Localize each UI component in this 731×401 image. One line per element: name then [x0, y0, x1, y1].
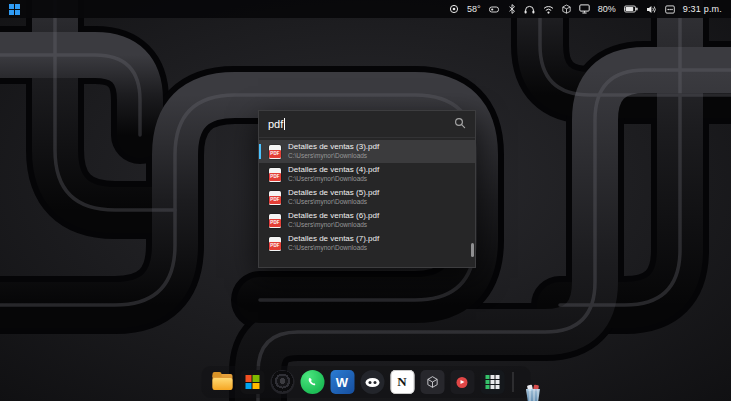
result-title: Detalles de ventas (4).pdf — [288, 165, 379, 175]
dock-item-whatsapp[interactable] — [300, 370, 324, 394]
dock-separator — [512, 372, 513, 392]
pdf-file-icon: PDF — [269, 214, 281, 228]
scrollbar-thumb[interactable] — [471, 243, 474, 257]
windows-logo-icon — [9, 4, 14, 9]
headphones-icon[interactable] — [524, 5, 535, 14]
result-title: Detalles de ventas (5).pdf — [288, 188, 379, 198]
tray-grid-icon[interactable] — [665, 5, 675, 14]
pill-battery-icon[interactable] — [489, 6, 500, 13]
package-icon[interactable] — [562, 4, 571, 14]
concentric-rings-icon — [270, 370, 294, 394]
dock-item-rings-app[interactable] — [270, 370, 294, 394]
dock-item-microsoft-365[interactable] — [240, 370, 264, 394]
volume-icon[interactable] — [646, 5, 657, 14]
pdf-file-icon: PDF — [269, 191, 281, 205]
dock-item-word[interactable]: W — [330, 370, 354, 394]
media-player-icon — [450, 370, 474, 394]
whatsapp-icon — [300, 370, 324, 394]
result-path: C:\Users\mynor\Downloads — [288, 198, 379, 206]
dock: W N — [201, 366, 530, 398]
result-path: C:\Users\mynor\Downloads — [288, 175, 379, 183]
cube-icon — [420, 370, 444, 394]
circle-status-icon[interactable] — [449, 4, 459, 14]
pdf-file-icon: PDF — [269, 168, 281, 182]
dock-item-media-app[interactable] — [450, 370, 474, 394]
discord-icon — [360, 370, 384, 394]
search-input[interactable]: pdf — [259, 111, 475, 138]
notion-icon: N — [390, 370, 414, 394]
battery-percent[interactable]: 80% — [598, 4, 616, 14]
dock-item-spreadsheet-app[interactable] — [480, 370, 504, 394]
system-tray: 58° 80% — [449, 0, 722, 18]
dock-item-discord[interactable] — [360, 370, 384, 394]
search-query-text: pdf — [268, 118, 283, 130]
search-result-item[interactable]: PDF Detalles de ventas (7).pdf C:\Users\… — [259, 232, 475, 255]
search-result-item[interactable]: PDF Detalles de ventas (3).pdf C:\Users\… — [259, 140, 475, 163]
result-path: C:\Users\mynor\Downloads — [288, 221, 379, 229]
search-result-item[interactable]: PDF Detalles de ventas (5).pdf C:\Users\… — [259, 186, 475, 209]
dock-item-notion[interactable]: N — [390, 370, 414, 394]
result-title: Detalles de ventas (7).pdf — [288, 234, 379, 244]
start-button[interactable] — [9, 4, 20, 15]
pdf-file-icon: PDF — [269, 145, 281, 159]
spreadsheet-grid-icon — [480, 370, 504, 394]
result-path: C:\Users\mynor\Downloads — [288, 152, 379, 160]
search-result-item[interactable]: PDF Detalles de ventas (4).pdf C:\Users\… — [259, 163, 475, 186]
dock-item-cube-app[interactable] — [420, 370, 444, 394]
microsoft-365-icon — [240, 370, 264, 394]
result-path: C:\Users\mynor\Downloads — [288, 244, 379, 252]
search-icon — [454, 115, 466, 133]
result-title: Detalles de ventas (6).pdf — [288, 211, 379, 221]
search-results-list: PDF Detalles de ventas (3).pdf C:\Users\… — [259, 138, 475, 267]
desktop: 58° 80% — [0, 0, 731, 401]
display-icon[interactable] — [579, 4, 590, 14]
search-launcher-window: pdf PDF Detalles de ventas (3).pdf C:\Us… — [258, 110, 476, 268]
menubar: 58° 80% — [0, 0, 731, 18]
clock[interactable]: 9:31 p.m. — [683, 4, 722, 14]
pdf-file-icon: PDF — [269, 237, 281, 251]
bluetooth-icon[interactable] — [508, 4, 516, 14]
result-title: Detalles de ventas (3).pdf — [288, 142, 379, 152]
text-caret — [284, 118, 285, 130]
wifi-icon[interactable] — [543, 5, 554, 14]
dock-item-file-explorer[interactable] — [210, 370, 234, 394]
word-icon: W — [330, 370, 354, 394]
weather-temp[interactable]: 58° — [467, 4, 481, 14]
search-result-item[interactable]: PDF Detalles de ventas (6).pdf C:\Users\… — [259, 209, 475, 232]
battery-icon[interactable] — [624, 5, 638, 13]
